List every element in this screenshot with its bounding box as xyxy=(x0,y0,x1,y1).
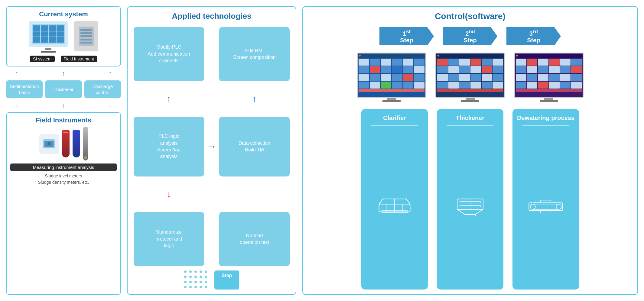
step-1-text: 1stStep xyxy=(400,29,413,44)
thickener-card: Thickener xyxy=(437,109,503,290)
svg-point-16 xyxy=(556,204,561,209)
instr-row xyxy=(80,29,92,31)
thickener-title: Thickener xyxy=(456,115,484,121)
blue-probe xyxy=(73,130,80,157)
screenshots-row xyxy=(309,53,631,102)
ss2-stand xyxy=(466,98,475,100)
arrow-up-1: ↑ xyxy=(15,70,18,77)
arrows-down-row: ↓ ↓ ↓ xyxy=(6,101,121,109)
control-title: Control(software) xyxy=(309,11,631,21)
discharge-control-box: Discharge control xyxy=(84,80,121,98)
step-badge: Step xyxy=(214,270,239,290)
ss2-content xyxy=(436,58,504,97)
flow-grid: Modify PLCAdd communicationchannels Edit… xyxy=(134,27,290,266)
ss1-dot xyxy=(359,55,361,57)
ss3-stand xyxy=(544,98,553,100)
svg-rect-8 xyxy=(457,199,483,209)
instr-row xyxy=(80,39,92,40)
current-system-title: Current system xyxy=(10,10,117,18)
long-probe xyxy=(83,127,88,160)
field-instruments-box: Field Instruments Measuring instrument a xyxy=(6,112,121,295)
current-system-box: Current system xyxy=(6,6,121,66)
clarifier-svg xyxy=(376,196,413,217)
step-row: Step xyxy=(134,270,290,290)
svg-rect-19 xyxy=(541,200,551,203)
step-1: 1stStep xyxy=(379,27,434,45)
svg-point-15 xyxy=(530,204,535,209)
no-load-box: No-loadoperation test xyxy=(219,212,290,266)
thickener-svg xyxy=(452,196,488,217)
sub-boxes: Sedimentation basin Thickener Discharge … xyxy=(6,80,121,98)
ss1-base xyxy=(382,100,401,102)
monitor-screen xyxy=(32,24,65,44)
field-instruments-title: Field Instruments xyxy=(10,116,117,124)
plc-logic-box: PLC logicanalysisScreen/taganalysis xyxy=(134,117,204,176)
screenshot-3 xyxy=(514,53,584,98)
arrow-down-1: ↓ xyxy=(15,101,18,109)
step-2-text: 2ndStep xyxy=(463,29,476,44)
arrow-up-blue-right: ↑ xyxy=(219,81,290,117)
svg-rect-20 xyxy=(541,211,551,213)
ss3-content xyxy=(515,58,583,97)
instr-row xyxy=(80,32,92,34)
step-2: 2ndStep xyxy=(443,27,497,45)
field-instrument-label: Field Instrument xyxy=(61,56,97,62)
arrows-up-row: ↑ ↑ ↑ xyxy=(6,70,121,77)
dewatering-divider xyxy=(522,125,569,126)
dewatering-icon xyxy=(528,129,564,284)
dots-pattern xyxy=(184,270,208,290)
measuring-instrument-label: Measuring instrument analysis xyxy=(10,163,117,171)
monitor-stand xyxy=(45,48,51,50)
clarifier-card: Clarifier xyxy=(361,109,428,290)
ss3-base xyxy=(540,100,558,102)
ss2-base xyxy=(461,100,479,102)
data-collection-box: Data collectionBuild TM xyxy=(219,117,290,176)
steps-row: 1stStep 2ndStep 3rdStep xyxy=(309,27,631,45)
ss3-dot xyxy=(516,55,518,57)
si-system-label: SI system xyxy=(30,56,54,62)
instrument-box xyxy=(79,27,94,46)
monitor-base xyxy=(41,51,56,53)
sensor-icon xyxy=(41,136,57,151)
screenshot-3-wrapper xyxy=(514,53,584,102)
thickener-icon xyxy=(452,129,488,284)
red-probe xyxy=(62,130,70,157)
screenshot-2 xyxy=(435,53,505,98)
right-section: Control(software) 1stStep 2ndStep 3rdSte… xyxy=(302,6,638,295)
screenshot-1 xyxy=(357,53,426,98)
arrow-up-3: ↑ xyxy=(109,70,112,77)
dewatering-card: Dewatering process xyxy=(512,109,579,290)
middle-section: Applied technologies Modify PLCAdd commu… xyxy=(127,6,296,295)
field-images xyxy=(10,127,117,160)
arrow-right-2: → xyxy=(204,117,219,176)
arrow-down-2: ↓ xyxy=(62,101,65,109)
thickener-box: Thickener xyxy=(45,80,82,98)
sedimentation-basin-box: Sedimentation basin xyxy=(6,80,43,98)
field-instrument-img xyxy=(74,21,98,51)
standardize-box: Standardizeprotocol andlogic xyxy=(134,212,204,266)
left-section: Current system xyxy=(6,6,121,295)
ss1-content xyxy=(358,58,425,97)
control-software-box: Control(software) 1stStep 2ndStep 3rdSte… xyxy=(302,6,638,295)
si-system-display xyxy=(29,21,68,47)
ss2-dot xyxy=(437,55,439,57)
screenshot-1-wrapper xyxy=(357,53,426,102)
arrow-down-3: ↓ xyxy=(109,101,112,109)
arrow-right-1 xyxy=(204,27,219,81)
ss3-titlebar xyxy=(515,53,583,58)
applied-technologies-box: Applied technologies Modify PLCAdd commu… xyxy=(127,6,296,295)
clarifier-title: Clarifier xyxy=(383,115,406,121)
svg-point-2 xyxy=(47,142,50,145)
applied-technologies-title: Applied technologies xyxy=(134,11,290,21)
clarifier-divider xyxy=(371,125,418,126)
system-images xyxy=(10,21,117,53)
dewatering-title: Dewatering process xyxy=(517,115,574,121)
ss2-titlebar xyxy=(436,53,504,58)
clarifier-icon xyxy=(376,129,413,284)
sludge-text: Sludge level metersSludge density meters… xyxy=(10,173,117,186)
instr-row xyxy=(80,42,92,44)
arrow-up-2: ↑ xyxy=(62,70,65,77)
sensor-device xyxy=(39,134,59,154)
step-3-text: 3rdStep xyxy=(527,29,540,44)
ss1-stand xyxy=(387,98,396,100)
